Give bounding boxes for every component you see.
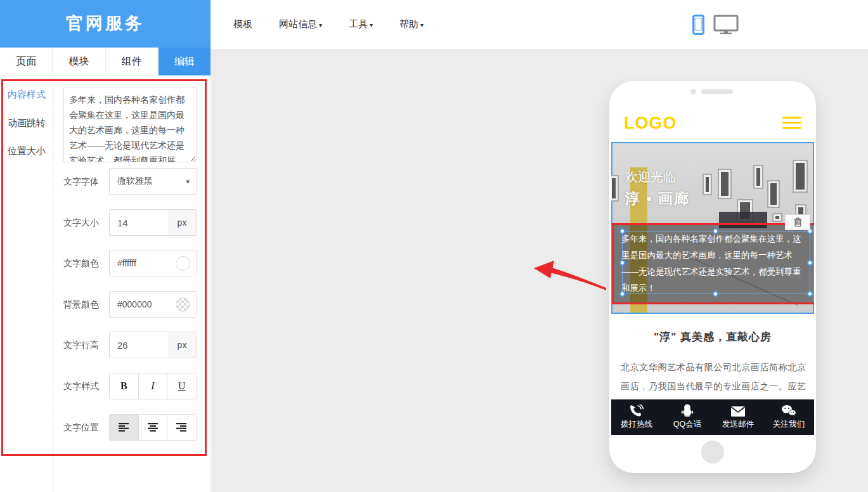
align-center-button[interactable] [139,414,168,441]
send-mail-label: 发送邮件 [722,419,754,430]
chevron-down-icon: ▾ [370,22,373,29]
hotline-label: 拨打热线 [621,419,652,430]
phone-preview: LOGO 欢迎光临 淳 ▪ 画廊 [609,81,816,473]
underline-button[interactable]: U [167,373,197,399]
banner-welcome-text: 欢迎光临 [625,169,676,186]
text-align-label: 文字位置 [63,414,99,441]
device-toggle [692,0,739,49]
app: 官网服务 页面 模块 组件 编辑 内容样式 动画跳转 位置大小 多年来，国内各种… [0,0,868,492]
qq-icon [681,405,694,417]
text-color-field [109,250,197,276]
selection-handle-e[interactable] [807,260,813,266]
app-title-text: 官网服务 [66,14,145,33]
selection-handle-n[interactable] [713,228,718,234]
panel-tab-animation-link[interactable]: 动画跳转 [8,117,46,129]
phone-icon [630,405,644,417]
font-family-label: 文字字体 [63,168,99,195]
tab-edit[interactable]: 编辑 [159,48,211,75]
tab-components[interactable]: 组件 [106,48,159,75]
align-right-icon [176,423,187,432]
gallery-frame [767,180,780,208]
font-size-input[interactable] [110,210,168,235]
selection-handle-nw[interactable] [619,228,625,234]
text-color-swatch[interactable] [176,256,190,271]
site-logo[interactable]: LOGO [624,113,677,133]
align-right-button[interactable] [167,414,197,441]
phone-speaker-bar [701,89,733,94]
italic-button[interactable]: I [139,373,168,399]
qq-chat-button[interactable]: QQ会话 [662,399,713,435]
text-color-label: 文字颜色 [63,250,99,276]
field-row-text-align: 文字位置 [0,414,211,441]
gallery-frame [718,169,732,199]
line-height-field: px [109,332,197,358]
tab-pages[interactable]: 页面 [0,48,53,75]
phone-screen: LOGO 欢迎光临 淳 ▪ 画廊 [611,104,814,437]
panel-tab-position-size[interactable]: 位置大小 [8,145,46,157]
nav-template[interactable]: 模板 [233,18,252,30]
field-row-font-size: 文字大小 px [0,209,211,236]
text-style-label: 文字样式 [63,373,99,399]
field-row-text-color: 文字颜色 [0,250,211,276]
wechat-icon [781,405,796,417]
bg-color-field [109,291,197,318]
bg-color-swatch[interactable] [176,297,190,312]
tab-modules[interactable]: 模块 [53,48,105,75]
field-row-font-family: 文字字体 微软雅黑 ▾ [0,168,211,195]
gallery-frame [753,165,763,189]
selection-handle-w[interactable] [619,260,625,266]
smartphone-icon[interactable] [692,15,704,35]
content-text-input[interactable]: 多年来，国内各种名家创作都会聚集在这里，这里是国内最大的艺术画廊，这里的每一种艺… [63,87,197,162]
align-center-icon [148,423,159,432]
nav-help[interactable]: 帮助▾ [399,18,424,30]
top-nav: 模板 网站信息▾ 工具▾ 帮助▾ [233,0,424,49]
font-family-value: 微软雅黑 [117,176,153,187]
gallery-frame [772,213,782,222]
nav-help-label: 帮助 [399,18,418,29]
app-title: 官网服务 [0,0,211,48]
selection-handle-se[interactable] [807,291,813,297]
hotline-button[interactable]: 拨打热线 [611,399,662,435]
site-header: LOGO [611,104,814,142]
bg-color-label: 背景颜色 [63,291,99,318]
trash-icon [794,217,802,227]
banner-title-text: 淳 ▪ 画廊 [625,189,690,209]
font-size-field: px [109,209,197,236]
section-heading: "淳" 真美感，直敲心房 [611,330,814,344]
topbar: 模板 网站信息▾ 工具▾ 帮助▾ [211,0,868,49]
phone-camera-dot [690,89,696,94]
hamburger-menu-icon[interactable] [782,117,801,132]
align-left-button[interactable] [109,414,139,441]
send-mail-button[interactable]: 发送邮件 [713,399,763,435]
monitor-icon[interactable] [713,15,739,34]
selection-handle-sw[interactable] [619,291,625,297]
selection-handle-s[interactable] [713,291,718,297]
chevron-down-icon: ▾ [186,178,190,186]
align-left-icon [119,423,129,432]
bold-button[interactable]: B [109,373,139,399]
sidebar-tab-bar: 页面 模块 组件 编辑 [0,48,211,75]
nav-site-info[interactable]: 网站信息▾ [279,18,322,30]
follow-us-button[interactable]: 关注我们 [763,399,814,435]
bg-color-input[interactable] [110,292,168,317]
chevron-down-icon: ▾ [420,22,424,29]
mail-icon [730,405,746,417]
line-height-label: 文字行高 [63,332,99,358]
font-family-select[interactable]: 微软雅黑 ▾ [109,168,197,195]
line-height-input[interactable] [110,332,168,358]
panel-tab-content-style[interactable]: 内容样式 [8,89,46,101]
gallery-frame [703,174,712,195]
line-height-unit: px [168,332,196,358]
selection-rect [622,231,810,294]
qq-chat-label: QQ会话 [673,419,701,430]
annotation-arrow [531,254,609,293]
follow-us-label: 关注我们 [773,419,805,430]
phone-home-button[interactable] [701,441,724,463]
nav-template-label: 模板 [233,18,252,29]
gallery-frame [611,175,619,202]
nav-tools[interactable]: 工具▾ [349,18,373,30]
text-color-input[interactable] [110,250,168,276]
delete-button[interactable] [785,214,810,230]
banner-module[interactable]: 欢迎光临 淳 ▪ 画廊 多年来，国内各种名家创作都会聚集在这里，这里是国内最大的… [611,142,814,314]
font-size-unit: px [168,210,196,235]
